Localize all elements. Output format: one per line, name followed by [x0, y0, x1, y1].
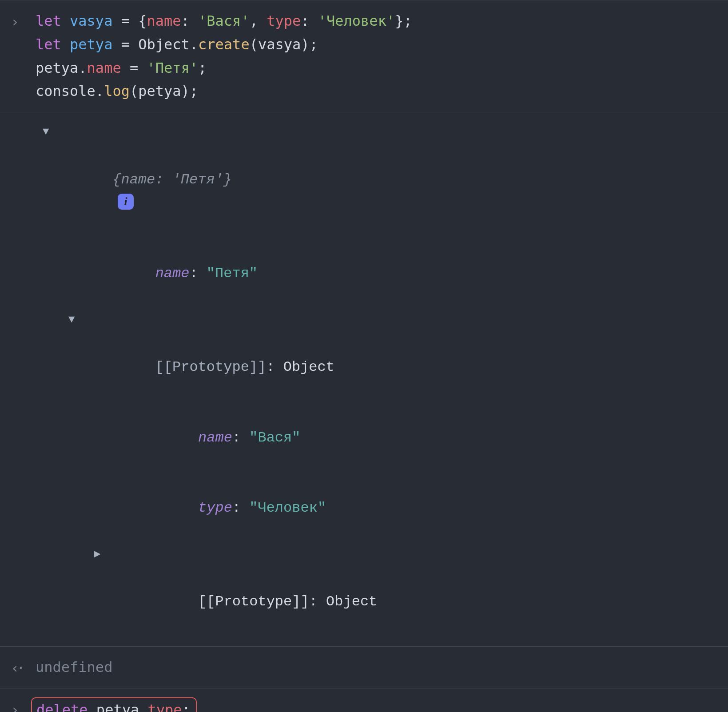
return-arrow-icon: ‹·	[11, 656, 23, 680]
console-input-1: › let vasya = {name: 'Вася', type: 'Чело…	[0, 0, 728, 112]
highlighted-statement: delete petya.type;	[31, 697, 197, 712]
disclosure-triangle-icon[interactable]	[94, 544, 112, 567]
prototype-node[interactable]: [[Prototype]]: Object	[68, 309, 728, 403]
code-line[interactable]: delete petya.type;	[36, 697, 728, 712]
info-icon[interactable]: i	[118, 194, 134, 210]
prototype-node-collapsed[interactable]: [[Prototype]]: Object	[94, 544, 728, 637]
disclosure-triangle-icon[interactable]	[43, 121, 60, 145]
object-property[interactable]: name: "Петя"	[68, 239, 728, 309]
code-line[interactable]: console.log(petya);	[36, 80, 728, 103]
code-line[interactable]: petya.name = 'Петя';	[36, 56, 728, 80]
input-prompt-icon: ›	[11, 698, 19, 712]
console-return-value: ‹· undefined	[0, 646, 728, 688]
object-property[interactable]: name: "Вася"	[94, 403, 728, 473]
undefined-value: undefined	[36, 659, 112, 676]
code-line[interactable]: let vasya = {name: 'Вася', type: 'Челове…	[36, 9, 728, 33]
console-input-2: › delete petya.type; console.log(petya);	[0, 688, 728, 712]
input-prompt-icon: ›	[11, 10, 19, 34]
disclosure-triangle-icon[interactable]	[68, 309, 86, 333]
object-property[interactable]: type: "Человек"	[94, 473, 728, 543]
code-line[interactable]: let petya = Object.create(vasya);	[36, 33, 728, 56]
object-preview[interactable]: {name: 'Петя'} i	[43, 121, 728, 239]
console-log-output-1: {name: 'Петя'} i name: "Петя" [[Prototyp…	[0, 112, 728, 646]
